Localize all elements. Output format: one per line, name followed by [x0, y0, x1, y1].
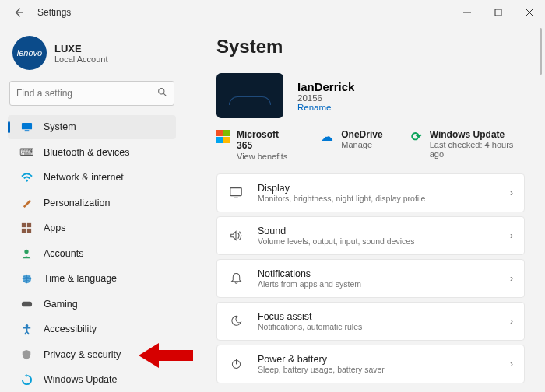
tile-sub: View benefits — [237, 152, 294, 161]
display-icon — [228, 185, 244, 201]
card-title: Notifications — [258, 268, 361, 279]
card-notifications[interactable]: NotificationsAlerts from apps and system… — [216, 259, 525, 298]
moon-icon — [228, 313, 244, 329]
sync-icon: ⟳ — [410, 129, 423, 143]
sidebar-item-label: Gaming — [44, 299, 78, 310]
card-display[interactable]: DisplayMonitors, brightness, night light… — [216, 173, 525, 212]
card-power-battery[interactable]: Power & batterySleep, battery usage, bat… — [216, 345, 525, 383]
device-thumbnail — [216, 73, 283, 118]
sidebar-item-accounts[interactable]: Accounts — [8, 241, 176, 266]
maximize-button[interactable] — [483, 0, 514, 25]
svg-line-5 — [164, 93, 166, 96]
svg-rect-1 — [495, 9, 501, 16]
sidebar-item-label: Personalization — [44, 198, 110, 208]
profile-sub: Local Account — [54, 54, 108, 64]
monitor-icon — [20, 121, 33, 133]
svg-point-16 — [25, 324, 28, 327]
card-sound[interactable]: SoundVolume levels, output, input, sound… — [216, 216, 525, 255]
sidebar-item-bluetooth-devices[interactable]: ⌨Bluetooth & devices — [8, 140, 176, 165]
scrollbar[interactable] — [540, 28, 542, 75]
svg-rect-15 — [21, 302, 31, 307]
avatar: lenovo — [12, 36, 47, 70]
card-title: Sound — [258, 226, 414, 236]
rename-link[interactable]: Rename — [297, 103, 354, 112]
person-icon — [20, 247, 33, 260]
svg-point-13 — [24, 250, 28, 254]
svg-point-8 — [26, 180, 28, 182]
minimize-button[interactable] — [452, 0, 483, 25]
tile-microsoft-[interactable]: Microsoft 365View benefits — [216, 129, 294, 161]
sidebar-item-accessibility[interactable]: Accessibility — [8, 317, 176, 342]
globe-clock-icon — [20, 272, 33, 285]
card-sub: Alerts from apps and system — [258, 279, 361, 289]
sidebar-item-label: Apps — [44, 222, 66, 233]
svg-rect-17 — [230, 187, 241, 195]
sidebar-item-windows-update[interactable]: Windows Update — [8, 368, 176, 392]
sidebar-item-personalization[interactable]: Personalization — [8, 191, 176, 215]
card-title: Power & battery — [258, 354, 385, 365]
chevron-right-icon: › — [510, 359, 513, 369]
accessibility-icon — [20, 323, 33, 335]
brush-icon — [20, 197, 33, 209]
sidebar-item-label: Windows Update — [44, 374, 118, 385]
profile-name: LUXE — [54, 43, 108, 54]
card-title: Display — [258, 183, 425, 194]
gaming-icon — [20, 298, 33, 310]
power-icon — [228, 356, 244, 372]
sidebar-item-apps[interactable]: Apps — [8, 216, 176, 241]
device-name: IanDerrick — [297, 80, 354, 93]
search-icon — [157, 87, 167, 100]
card-sub: Notifications, automatic rules — [258, 322, 362, 331]
card-title: Focus assist — [258, 311, 362, 322]
search-input[interactable] — [16, 88, 157, 99]
sidebar-item-label: Network & internet — [44, 172, 124, 183]
back-button[interactable] — [11, 5, 26, 20]
tile-onedrive[interactable]: ☁OneDriveManage — [320, 129, 382, 149]
sidebar-item-system[interactable]: System — [8, 115, 176, 140]
sidebar-item-label: Time & language — [44, 273, 117, 284]
sidebar-item-gaming[interactable]: Gaming — [8, 292, 176, 317]
sidebar-item-label: System — [44, 121, 76, 132]
search-box[interactable] — [9, 81, 174, 106]
sidebar-item-network-internet[interactable]: Network & internet — [8, 166, 176, 191]
tile-sub: Manage — [341, 140, 382, 149]
main-content: System IanDerrick 20156 Rename Microsoft… — [184, 25, 545, 392]
tile-title: OneDrive — [341, 129, 382, 140]
chevron-right-icon: › — [510, 187, 513, 198]
sidebar: lenovo LUXE Local Account System⌨Bluetoo… — [0, 25, 184, 392]
svg-rect-9 — [22, 223, 26, 227]
sidebar-item-label: Accessibility — [44, 324, 97, 334]
card-focus-assist[interactable]: Focus assistNotifications, automatic rul… — [216, 302, 525, 341]
chevron-right-icon: › — [510, 316, 513, 327]
card-sub: Monitors, brightness, night light, displ… — [258, 194, 425, 203]
sidebar-item-label: Bluetooth & devices — [44, 147, 130, 158]
apps-icon — [20, 222, 33, 234]
card-sub: Sleep, battery usage, battery saver — [258, 365, 385, 374]
profile-block[interactable]: lenovo LUXE Local Account — [8, 36, 176, 70]
tile-sub: Last checked: 4 hours ago — [430, 140, 525, 159]
chevron-right-icon: › — [510, 273, 513, 284]
page-title: System — [216, 36, 525, 58]
bluetooth-icon: ⌨ — [20, 146, 33, 159]
sidebar-item-time-language[interactable]: Time & language — [8, 267, 176, 292]
svg-rect-10 — [27, 223, 31, 227]
shield-icon — [20, 348, 33, 361]
svg-rect-11 — [22, 229, 26, 233]
wifi-icon — [20, 171, 33, 184]
tile-title: Windows Update — [430, 129, 525, 140]
tile-windows-update[interactable]: ⟳Windows UpdateLast checked: 4 hours ago — [410, 129, 525, 159]
svg-rect-6 — [21, 123, 31, 129]
svg-rect-12 — [27, 229, 31, 233]
svg-point-4 — [159, 88, 164, 93]
sidebar-item-privacy-security[interactable]: Privacy & security — [8, 342, 176, 367]
sidebar-item-label: Accounts — [44, 248, 83, 259]
bell-icon — [228, 271, 244, 286]
window-title: Settings — [37, 7, 71, 18]
svg-rect-7 — [24, 130, 29, 131]
close-button[interactable] — [514, 0, 545, 25]
sidebar-item-label: Privacy & security — [44, 349, 121, 360]
device-model: 20156 — [297, 93, 354, 103]
ms365-icon — [216, 129, 230, 143]
update-icon — [20, 373, 33, 386]
cloud-icon: ☁ — [320, 129, 334, 143]
